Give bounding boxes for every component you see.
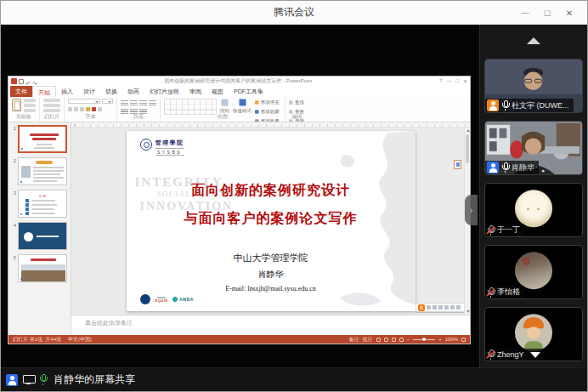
thumbnail-item-4[interactable]: 4	[10, 222, 69, 250]
zoom-slider[interactable]	[413, 339, 435, 340]
thumbnail-slide-4[interactable]	[18, 222, 67, 250]
clear-format-button[interactable]	[98, 107, 102, 111]
font-size-select[interactable]	[102, 99, 113, 104]
ppt-window-controls	[439, 78, 467, 84]
underline-button[interactable]	[80, 107, 84, 111]
participants-scroll-up-icon[interactable]	[527, 37, 540, 44]
thumbnail-item-1[interactable]: 1	[10, 125, 69, 153]
mic-muted-icon	[487, 287, 495, 298]
avatar	[515, 252, 552, 289]
ppt-close-button[interactable]	[463, 78, 467, 84]
thumbnail-item-2[interactable]: 2	[10, 157, 69, 185]
bold-button[interactable]	[68, 107, 72, 111]
notes-pane[interactable]: 单击此处添加备注	[71, 315, 470, 335]
notes-toggle[interactable]: 备注	[349, 336, 359, 344]
ppt-minimize-button[interactable]	[446, 78, 451, 84]
thumbnail-slide-2[interactable]	[18, 157, 67, 185]
paste-button[interactable]	[12, 99, 21, 111]
ppt-titlebar: 面向创新的案例研究设计与面向客户的案例论文写作 - PowerPoint	[8, 77, 470, 86]
tab-file[interactable]: 文件	[10, 86, 32, 97]
thumbnail-slide-3[interactable]: 目 录	[18, 190, 67, 218]
participants-scroll-down-icon[interactable]	[530, 352, 540, 358]
accreditation-logos: EQUIS AMBA	[140, 294, 194, 304]
participant-tile-xiaojinghua[interactable]: 肖静华	[484, 121, 583, 175]
current-slide[interactable]: 管理學院 SYSBS INTEGRITY SOCIAL RESPONSIBILI…	[127, 131, 416, 311]
ppt-restore-button[interactable]	[455, 78, 459, 84]
tab-review[interactable]: 审阅	[184, 86, 206, 97]
normal-view-icon[interactable]	[376, 338, 381, 342]
share-status-bar: 肖静华的屏幕共享	[1, 367, 587, 391]
participant-tile-zhengy[interactable]: ZhengY	[484, 307, 583, 361]
slide-title-line1: 面向创新的案例研究设计	[127, 182, 416, 200]
slide-thumbnail-panel: 1 2	[8, 122, 71, 335]
thumbnail-slide-5[interactable]	[18, 254, 67, 282]
sidebar-collapse-button[interactable]: ›	[465, 195, 478, 225]
slide-organization: 中山大学管理学院	[127, 252, 416, 264]
shared-screen-area: 面向创新的案例研究设计与面向客户的案例论文写作 - PowerPoint 文件 …	[1, 25, 479, 367]
maximize-button[interactable]	[536, 1, 558, 25]
find-button[interactable]: 查找	[289, 99, 305, 106]
mic-on-icon	[501, 162, 509, 173]
scroll-up-icon[interactable]	[466, 129, 470, 132]
thumbnail-item-5[interactable]: 5	[10, 254, 69, 282]
equis-logo-icon: EQUIS	[155, 297, 168, 303]
participant-tile-duwenyu[interactable]: 杜文宇 (DUWE...	[484, 59, 583, 113]
shape-fill-button[interactable]: 形状填充	[255, 99, 281, 106]
participant-tile-yuyiding[interactable]: 于一丁	[484, 183, 583, 237]
tab-slideshow[interactable]: 幻灯片放映	[144, 86, 184, 97]
minimize-button[interactable]	[514, 1, 536, 25]
scroll-down-icon[interactable]	[466, 310, 470, 313]
participant-name: 李怡格	[497, 287, 520, 298]
thumbnail-item-3[interactable]: 3 目 录	[10, 190, 69, 218]
sogou-logo-icon: S	[418, 304, 425, 311]
reading-view-icon[interactable]	[392, 338, 396, 342]
member-badge-icon	[487, 162, 499, 173]
tab-view[interactable]: 视图	[206, 86, 229, 97]
amba-logo-icon: AMBA	[172, 297, 194, 302]
language-indicator[interactable]: 中文(中国)	[68, 336, 92, 344]
zoom-in-icon[interactable]: +	[438, 337, 442, 342]
participant-name: ZhengY	[497, 350, 524, 359]
close-button[interactable]	[558, 1, 580, 25]
fit-to-window-icon[interactable]	[461, 338, 466, 342]
tab-home[interactable]: 开始	[32, 86, 56, 97]
tab-animations[interactable]: 动画	[122, 86, 144, 97]
notes-placeholder: 单击此处添加备注	[85, 319, 133, 327]
highlight-button[interactable]	[86, 107, 90, 111]
participant-name: 肖静华	[512, 162, 534, 173]
university-emblem-icon	[140, 139, 152, 151]
comment-anchor-icon[interactable]	[454, 160, 461, 169]
group-clipboard: 剪贴板	[8, 97, 40, 122]
tab-pdf-tools[interactable]: PDF工具集	[229, 86, 269, 97]
font-name-select[interactable]	[68, 99, 100, 104]
avatar	[515, 314, 552, 351]
tab-transitions[interactable]: 切换	[100, 86, 122, 97]
slide-sorter-icon[interactable]	[384, 338, 388, 342]
sysbs-logo: 管理學院 SYSBS	[140, 139, 184, 156]
group-slides: 幻灯片	[40, 97, 65, 122]
zoom-percentage[interactable]: 100%	[445, 337, 458, 342]
slide-canvas: 管理學院 SYSBS INTEGRITY SOCIAL RESPONSIBILI…	[71, 128, 470, 315]
tencent-meeting-window: 腾讯会议 面向创新的案例研究设计与面向客户的案例论文写作 - PowerPoin…	[0, 0, 588, 392]
slide-counter: 幻灯片 第1张, 共44张	[13, 336, 61, 344]
tab-design[interactable]: 设计	[78, 86, 100, 97]
font-color-button[interactable]	[92, 107, 96, 111]
sogou-input-toolbar[interactable]: S	[416, 303, 466, 312]
help-icon[interactable]	[439, 78, 442, 84]
slideshow-icon[interactable]	[399, 338, 404, 342]
italic-button[interactable]	[74, 107, 78, 111]
participant-name: 杜文宇 (DUWE...	[512, 100, 569, 111]
find-icon	[289, 100, 293, 105]
participant-tile-liyige[interactable]: 李怡格	[484, 245, 583, 299]
tab-insert[interactable]: 插入	[56, 86, 78, 97]
scrollbar-thumb[interactable]	[466, 134, 469, 163]
window-title: 腾讯会议	[274, 5, 314, 20]
zoom-out-icon[interactable]: −	[407, 337, 410, 342]
thumbnail-slide-1[interactable]	[18, 125, 67, 153]
comments-toggle[interactable]: 批注	[363, 336, 373, 344]
mic-muted-icon	[487, 225, 495, 236]
save-icon[interactable]	[19, 79, 24, 84]
slide-author: 肖静华	[127, 269, 416, 281]
avatar	[515, 190, 552, 227]
ppt-window-title: 面向创新的案例研究设计与面向客户的案例论文写作 - PowerPoint	[37, 77, 439, 85]
